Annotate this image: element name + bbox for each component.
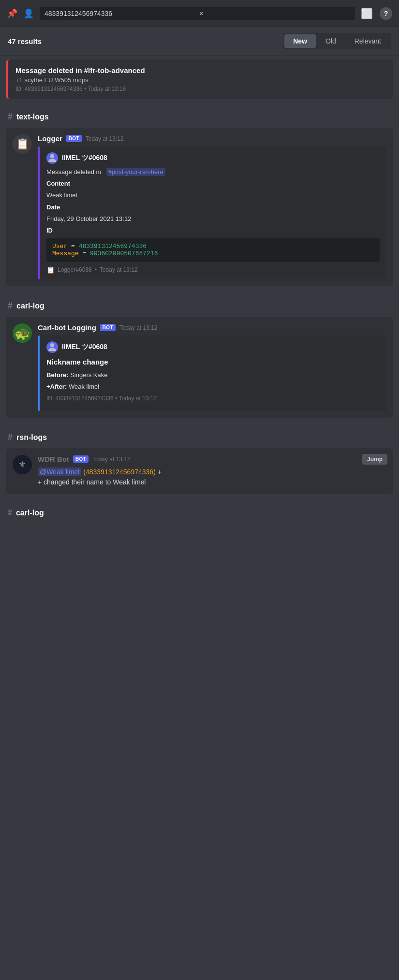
clear-search-button[interactable]: × xyxy=(199,10,350,17)
carlbot-embed-after: +After: Weak limel xyxy=(46,382,380,391)
carlbot-before-label: Before: xyxy=(46,371,69,379)
logger-embed-avatar xyxy=(46,152,58,164)
logger-message-card: 📋 Logger BOT Today at 13:12 IIMEL ツ#0608… xyxy=(6,128,393,286)
carlbot-embed: IIMEL ツ#0608 Nickname change Before: Sin… xyxy=(38,336,386,411)
wdr-timestamp: Today at 13:12 xyxy=(92,456,131,463)
logger-code-message-val: 903602090507657216 xyxy=(90,250,158,257)
jump-button[interactable]: Jump xyxy=(362,454,387,465)
carlbot-nickname-title: Nickname change xyxy=(46,358,108,366)
carlbot-embed-username: IIMEL ツ#0608 xyxy=(62,343,107,351)
logger-embed-date-value: Friday, 29 October 2021 13:12 xyxy=(46,215,380,223)
user-icon[interactable]: 👤 xyxy=(23,8,34,19)
svg-text:⚜: ⚜ xyxy=(18,460,26,469)
logger-content-label: Content xyxy=(46,180,70,187)
svg-point-0 xyxy=(50,154,54,158)
logger-code-user-val: 483391312456974336 xyxy=(79,243,147,250)
carlbot-message-header: Carl-bot Logging BOT Today at 13:12 xyxy=(38,323,386,332)
section-label-carl-log: carl-log xyxy=(16,302,44,310)
wdr-message-header: WDR Bot BOT Today at 13:12 xyxy=(38,455,386,463)
wdr-message-text: @Weak limel (483391312456974336) + + cha… xyxy=(38,467,386,487)
wdr-bot-badge: BOT xyxy=(73,455,89,463)
carlbot-message-body: Carl-bot Logging BOT Today at 13:12 IIME… xyxy=(38,323,386,411)
logger-message-body: Logger BOT Today at 13:12 IIMEL ツ#0608 M… xyxy=(38,134,386,279)
logger-embed-date-label: Date xyxy=(46,203,380,212)
logger-embed-user-row: IIMEL ツ#0608 xyxy=(46,152,380,164)
logger-code-message-key: Message xyxy=(52,250,79,257)
inbox-button[interactable]: ⬜ xyxy=(361,8,373,19)
results-count: 47 results xyxy=(8,37,278,45)
deleted-message-desc: +1 scythe EU W505 mdps xyxy=(15,76,385,84)
logger-code-user-key: User xyxy=(52,243,67,250)
section-header-carl-log: # carl-log xyxy=(0,292,399,315)
carlbot-bot-badge: BOT xyxy=(100,324,116,331)
logger-footer-timestamp: Today at 13:12 xyxy=(100,266,138,273)
top-bar: 📌 👤 483391312456974336 × ⬜ ? xyxy=(0,0,399,27)
filter-tabs: New Old Relevant xyxy=(283,33,391,49)
logger-date-label: Date xyxy=(46,204,60,211)
logger-deleted-prefix: Message deleted in xyxy=(46,168,101,176)
wdr-user-mention[interactable]: @Weak limel xyxy=(38,468,81,476)
logger-embed-deleted-text: Message deleted in #post-your-rsn-here xyxy=(46,168,380,176)
wdr-avatar: ⚜ xyxy=(13,455,32,474)
logger-message-header: Logger BOT Today at 13:12 xyxy=(38,134,386,143)
deleted-message-meta: ID: 483391312456974336 • Today at 13:18 xyxy=(15,86,385,92)
wdr-id-ref: (483391312456974336) xyxy=(83,468,155,476)
carlbot-embed-meta: ID: 483391312456974336 • Today at 13:12 xyxy=(46,395,380,403)
wdr-suffix: + changed their name to Weak limel xyxy=(38,478,146,486)
logger-code-user-line: User = 483391312456974336 xyxy=(52,243,374,250)
logger-embed-code-block: User = 483391312456974336 Message = 9036… xyxy=(46,238,380,262)
section-header-text-logs: # text-logs xyxy=(0,103,399,126)
deleted-message-card-top: Message deleted in #lfr-tob-advanced +1 … xyxy=(6,59,393,99)
logger-code-eq1: = xyxy=(71,243,79,250)
pin-icon[interactable]: 📌 xyxy=(7,8,17,19)
search-bar[interactable]: 483391312456974336 × xyxy=(40,7,355,20)
section-header-rsn-logs: # rsn-logs xyxy=(0,424,399,446)
logger-embed-id-label: ID xyxy=(46,226,380,235)
logger-bot-badge: BOT xyxy=(66,135,82,142)
hash-icon-rsn: # xyxy=(8,432,13,442)
carlbot-avatar: 🐢 xyxy=(13,323,32,343)
filter-relevant[interactable]: Relevant xyxy=(346,34,390,48)
logger-footer-text: Logger#6088 xyxy=(58,266,92,273)
section-label-rsn-logs: rsn-logs xyxy=(16,433,47,442)
logger-footer-icon: 📋 xyxy=(46,266,55,274)
wdr-bot-name: WDR Bot xyxy=(38,455,69,463)
section-header-carl-log-2: # carl-log xyxy=(0,500,399,521)
logger-avatar: 📋 xyxy=(13,134,32,154)
logger-embed-username: IIMEL ツ#0608 xyxy=(62,154,107,162)
carlbot-name: Carl-bot Logging xyxy=(38,323,96,332)
hash-icon: # xyxy=(8,112,13,122)
svg-point-1 xyxy=(50,343,54,347)
carlbot-timestamp: Today at 13:12 xyxy=(119,324,158,331)
wdr-message-card: ⚜ WDR Bot BOT Today at 13:12 @Weak limel… xyxy=(6,448,393,494)
top-bar-right: ⬜ ? xyxy=(361,7,392,20)
logger-embed-footer: 📋 Logger#6088 • Today at 13:12 xyxy=(46,266,380,274)
section-label-text-logs: text-logs xyxy=(16,113,49,121)
carlbot-embed-avatar xyxy=(46,341,58,353)
hash-icon-carl-2: # xyxy=(8,509,12,517)
filter-new[interactable]: New xyxy=(284,34,316,48)
filter-old[interactable]: Old xyxy=(317,34,345,48)
logger-embed: IIMEL ツ#0608 Message deleted in #post-yo… xyxy=(38,146,386,279)
carlbot-embed-title: Nickname change xyxy=(46,357,380,367)
logger-code-message-line: Message = 903602090507657216 xyxy=(52,250,374,257)
carlbot-after-value: Weak limel xyxy=(69,383,99,390)
carlbot-message-card: 🐢 Carl-bot Logging BOT Today at 13:12 II… xyxy=(6,317,393,418)
search-value: 483391312456974336 xyxy=(44,10,195,17)
results-bar: 47 results New Old Relevant xyxy=(0,27,399,56)
wdr-message-body: WDR Bot BOT Today at 13:12 @Weak limel (… xyxy=(38,455,386,487)
logger-timestamp: Today at 13:12 xyxy=(86,135,124,142)
carlbot-embed-before: Before: Singers Kake xyxy=(46,371,380,380)
logger-channel-mention[interactable]: #post-your-rsn-here xyxy=(106,168,165,176)
carlbot-before-value: Singers Kake xyxy=(70,371,107,379)
logger-embed-content-label: Content xyxy=(46,179,380,188)
logger-code-eq2: = xyxy=(82,250,90,257)
logger-bot-name: Logger xyxy=(38,134,62,143)
deleted-message-title: Message deleted in #lfr-tob-advanced xyxy=(15,66,385,74)
footer-dot: • xyxy=(95,266,97,273)
logger-embed-content-value: Weak limel xyxy=(46,191,380,200)
logger-id-label: ID xyxy=(46,227,53,234)
help-button[interactable]: ? xyxy=(380,7,392,20)
section-label-carl-log-2: carl-log xyxy=(16,509,44,517)
carlbot-embed-user-row: IIMEL ツ#0608 xyxy=(46,341,380,353)
